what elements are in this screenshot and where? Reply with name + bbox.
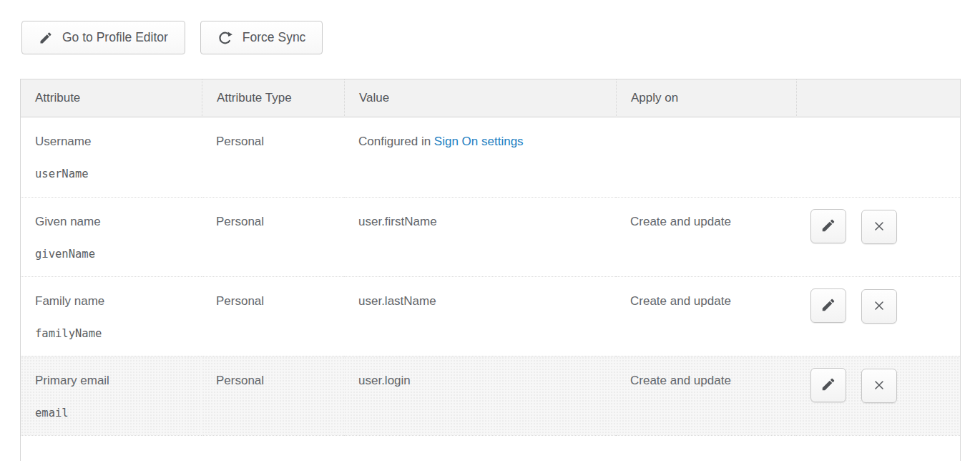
attribute-label: Given name xyxy=(35,215,187,229)
attribute-cell: Family namefamilyName xyxy=(21,276,202,356)
refresh-icon xyxy=(217,30,233,46)
go-to-profile-editor-button[interactable]: Go to Profile Editor xyxy=(21,21,185,54)
close-icon xyxy=(872,299,886,315)
table-row: UsernameuserNamePersonalConfigured in Si… xyxy=(21,117,960,197)
empty-cell xyxy=(344,435,616,461)
force-sync-button[interactable]: Force Sync xyxy=(200,21,323,54)
attribute-cell: Given namegivenName xyxy=(21,197,202,276)
sign-on-settings-link[interactable]: Sign On settings xyxy=(434,135,524,148)
attribute-label: Username xyxy=(35,135,187,149)
attribute-variable-name: givenName xyxy=(35,248,187,261)
column-header-actions xyxy=(796,79,960,117)
value-prefix-text: Configured in xyxy=(358,135,434,148)
delete-attribute-button[interactable] xyxy=(861,369,897,403)
attribute-type-cell: Personal xyxy=(202,276,344,356)
apply-on-cell: Create and update xyxy=(616,197,796,276)
pencil-icon xyxy=(39,31,53,45)
column-header-attribute-type: Attribute Type xyxy=(202,79,344,117)
empty-cell xyxy=(21,435,202,461)
delete-attribute-button[interactable] xyxy=(861,289,897,324)
value-expression: user.firstName xyxy=(358,215,437,228)
value-expression: user.lastName xyxy=(358,294,436,308)
empty-cell xyxy=(202,435,344,461)
column-header-apply-on: Apply on xyxy=(616,79,796,117)
actions-cell xyxy=(796,197,960,276)
actions-cell xyxy=(796,276,960,356)
delete-attribute-button[interactable] xyxy=(861,210,897,244)
value-expression: user.login xyxy=(358,374,411,387)
pencil-icon xyxy=(820,297,836,315)
actions-cell xyxy=(796,356,960,435)
go-to-profile-editor-label: Go to Profile Editor xyxy=(62,30,168,45)
page: Go to Profile Editor Force Sync Attribut… xyxy=(0,0,980,461)
table-row: Given namegivenNamePersonaluser.firstNam… xyxy=(21,197,960,276)
attribute-variable-name: familyName xyxy=(35,327,187,340)
apply-on-cell: Create and update xyxy=(616,356,796,435)
table-header: Attribute Attribute Type Value Apply on xyxy=(21,79,960,117)
value-cell: user.lastName xyxy=(344,276,616,356)
empty-cell xyxy=(616,435,796,461)
attribute-type-cell: Personal xyxy=(202,356,344,435)
pencil-icon xyxy=(820,377,836,394)
table-row: Family namefamilyNamePersonaluser.lastNa… xyxy=(21,276,960,356)
attribute-label: Family name xyxy=(35,294,187,309)
toolbar: Go to Profile Editor Force Sync xyxy=(21,21,961,54)
value-cell: user.firstName xyxy=(344,197,616,276)
empty-cell xyxy=(796,435,960,461)
attribute-cell: UsernameuserName xyxy=(21,117,202,197)
value-cell: Configured in Sign On settings xyxy=(344,117,616,197)
pencil-icon xyxy=(820,218,836,236)
close-icon xyxy=(872,219,886,236)
attribute-label: Primary email xyxy=(35,374,187,388)
value-cell: user.login xyxy=(344,356,616,435)
attribute-mappings-table: Attribute Attribute Type Value Apply on … xyxy=(20,79,961,461)
edit-attribute-button[interactable] xyxy=(810,288,846,323)
edit-attribute-button[interactable] xyxy=(810,209,846,243)
edit-attribute-button[interactable] xyxy=(810,368,846,402)
apply-on-cell xyxy=(616,117,796,197)
attribute-variable-name: email xyxy=(35,407,187,419)
close-icon xyxy=(872,378,886,394)
force-sync-label: Force Sync xyxy=(242,30,306,45)
apply-on-cell: Create and update xyxy=(616,276,796,356)
attribute-variable-name: userName xyxy=(35,168,187,180)
actions-cell xyxy=(796,117,960,197)
table-body: UsernameuserNamePersonalConfigured in Si… xyxy=(21,117,960,461)
column-header-attribute: Attribute xyxy=(21,79,202,117)
table-row-empty xyxy=(21,435,960,461)
attribute-type-cell: Personal xyxy=(202,197,344,276)
attribute-type-cell: Personal xyxy=(202,117,344,197)
attribute-cell: Primary emailemail xyxy=(21,356,202,435)
table-row: Primary emailemailPersonaluser.loginCrea… xyxy=(21,356,960,435)
column-header-value: Value xyxy=(344,79,616,117)
